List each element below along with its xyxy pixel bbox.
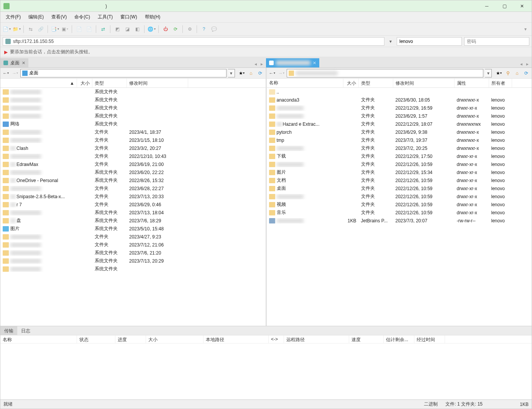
step3-icon[interactable]: ◧ <box>133 25 141 33</box>
remote-tab[interactable]: ✕ <box>266 58 319 67</box>
transfer-col[interactable]: 估计剩余... <box>384 335 414 343</box>
table-row[interactable]: 文件夹2023/6/29, 1:57drwxrwxr-xlenovo <box>267 112 532 120</box>
table-row[interactable]: 文件夹2023/7/2, 20:25drwxrwxr-xlenovo <box>267 144 532 152</box>
col-size[interactable]: 大小 <box>343 79 359 87</box>
table-row[interactable]: 桌面文件夹2022/12/26, 10:59drwxr-xr-xlenovo <box>267 184 532 192</box>
close-icon[interactable]: ✕ <box>313 61 316 66</box>
table-row[interactable]: 下载文件夹2022/12/29, 17:50drwxr-xr-xlenovo <box>267 152 532 160</box>
table-row[interactable]: 文件夹2023/1/15, 18:10 <box>0 136 266 144</box>
table-row[interactable]: 文件夹2022/12/29, 16:59drwxr-xr-xlenovo <box>267 104 532 112</box>
table-row[interactable]: 系统文件夹 <box>0 112 266 120</box>
col-type[interactable]: 类型 <box>92 79 127 87</box>
table-row[interactable]: 音乐文件夹2022/12/26, 10:59drwxr-xr-xlenovo <box>267 209 532 217</box>
step2-icon[interactable]: ◪ <box>123 25 131 33</box>
table-row[interactable]: 系统文件夹2023/7/13, 20:29 <box>0 257 266 265</box>
table-row[interactable]: 文件夹2022/12/10, 10:43 <box>0 152 266 160</box>
col-size[interactable]: 大小 <box>77 79 92 87</box>
transfer-icon[interactable]: ⇄ <box>99 25 107 33</box>
table-row[interactable]: r 7文件夹2023/6/29, 0:46 <box>0 200 266 209</box>
table-row[interactable]: 网络系统文件夹 <box>0 120 266 128</box>
col-type[interactable]: 类型 <box>359 79 393 87</box>
password-field[interactable] <box>464 37 529 46</box>
globe-icon[interactable]: 🌐▾ <box>148 25 155 33</box>
step1-icon[interactable]: ◩ <box>113 25 121 33</box>
more-icon[interactable]: ▾ <box>522 25 529 33</box>
col-attr[interactable]: 属性 <box>455 79 489 87</box>
path-dropdown[interactable]: ▾ <box>228 69 235 77</box>
menu-item[interactable]: 命令(C) <box>71 12 93 22</box>
home-icon[interactable]: ⌂ <box>247 69 255 77</box>
col-mod[interactable]: 修改时间 <box>127 79 188 87</box>
transfer-col[interactable]: 名称 <box>0 335 77 343</box>
table-row[interactable]: 文档文件夹2022/12/26, 10:59drwxr-xr-xlenovo <box>267 176 532 184</box>
local-path[interactable]: 桌面 <box>20 69 227 77</box>
tab-next-icon[interactable]: ▸ <box>259 61 264 67</box>
table-row[interactable]: 文件夹2023/4/1, 18:37 <box>0 128 266 136</box>
menu-item[interactable]: 工具(T) <box>95 12 116 22</box>
close-icon[interactable]: ✕ <box>22 61 25 66</box>
back-icon[interactable]: ←▾ <box>268 69 276 77</box>
transfer-col[interactable]: 进度 <box>115 335 146 343</box>
username-field[interactable] <box>397 37 462 46</box>
remote-file-list[interactable]: ..anaconda3文件夹2023/6/30, 18:05drwxrwxr-x… <box>267 88 532 326</box>
table-row[interactable]: 系统文件夹 <box>0 265 266 273</box>
home-icon[interactable]: ⌂ <box>513 69 521 77</box>
refresh-icon[interactable]: ⟳ <box>522 69 530 77</box>
gear-icon[interactable]: ⚙ <box>186 25 194 33</box>
menu-item[interactable]: 查看(V) <box>48 12 70 22</box>
refresh-all-icon[interactable]: ⟳ <box>172 25 179 33</box>
minimize-button[interactable]: ─ <box>478 0 496 12</box>
table-row[interactable]: 文件夹2023/4/27, 9:23 <box>0 233 266 241</box>
table-row[interactable]: 1KBJetBrains P...2023/7/3, 20:07-rw-rw-r… <box>267 217 532 225</box>
address-field[interactable]: sftp://172.16.150.55 <box>3 37 384 46</box>
transfer-col[interactable]: <-> <box>269 335 284 343</box>
open-folder-icon[interactable]: 📁▾ <box>13 25 20 33</box>
transfer-col[interactable]: 本地路径 <box>204 335 269 343</box>
table-row[interactable]: 系统文件夹 <box>0 88 266 96</box>
local-file-list[interactable]: 系统文件夹系统文件夹系统文件夹系统文件夹网络系统文件夹文件夹2023/4/1, … <box>0 88 266 326</box>
menu-item[interactable]: 编辑(E) <box>25 12 47 22</box>
table-row[interactable]: 视频文件夹2022/12/26, 10:59drwxr-xr-xlenovo <box>267 200 532 209</box>
doc1-icon[interactable]: 📄 <box>75 25 83 33</box>
sync-icon[interactable]: ⇆ <box>27 25 34 33</box>
add-bookmark-icon[interactable]: 📑▾ <box>51 25 59 33</box>
address-dropdown[interactable]: ▾ <box>387 39 394 44</box>
transfer-col[interactable]: 经过时间 <box>414 335 445 343</box>
table-row[interactable]: OneDrive - Personal系统文件夹2022/8/26, 15:32 <box>0 176 266 184</box>
menu-item[interactable]: 帮助(H) <box>142 12 164 22</box>
tab-prev-icon[interactable]: ◂ <box>253 61 258 67</box>
star-icon[interactable]: ★▾ <box>238 69 246 77</box>
table-row[interactable]: EdrawMax文件夹2023/6/19, 21:00 <box>0 160 266 168</box>
col-mod[interactable]: 修改时间 <box>393 79 455 87</box>
table-row[interactable]: 图片文件夹2022/12/29, 15:34drwxr-xr-xlenovo <box>267 168 532 176</box>
link-icon[interactable]: 🔗 <box>37 25 44 33</box>
tab-prev-icon[interactable]: ◂ <box>519 61 524 67</box>
table-row[interactable]: .. <box>267 88 532 96</box>
doc2-icon[interactable]: 📄 <box>85 25 93 33</box>
maximize-button[interactable]: ▢ <box>496 0 513 12</box>
table-row[interactable]: Snipaste-2.8.5-Beta-x...文件夹2023/7/13, 20… <box>0 192 266 200</box>
col-name[interactable]: 名称 <box>267 79 343 87</box>
transfer-col[interactable]: 速度 <box>349 335 384 343</box>
table-row[interactable]: 系统文件夹2023/7/6, 21:20 <box>0 249 266 257</box>
stop-icon[interactable]: ⏻ <box>162 25 169 33</box>
transfer-tab[interactable]: 传输 <box>0 326 17 335</box>
table-row[interactable]: 文件夹2023/6/28, 22:27 <box>0 184 266 192</box>
table-row[interactable]: 文件夹2023/7/12, 21:06 <box>0 241 266 249</box>
table-row[interactable]: 盘系统文件夹2023/7/6, 18:29 <box>0 217 266 225</box>
close-button[interactable]: ✕ <box>513 0 531 12</box>
col-name[interactable]: ▲ <box>0 79 77 87</box>
transfer-col[interactable]: 大小 <box>146 335 204 343</box>
back-icon[interactable]: ←▾ <box>2 69 10 77</box>
help-icon[interactable]: ? <box>200 25 208 33</box>
refresh-icon[interactable]: ⟳ <box>256 69 264 77</box>
table-row[interactable]: 文件夹2022/12/26, 10:59drwxr-xr-xlenovo <box>267 192 532 200</box>
col-own[interactable]: 所有者 <box>489 79 512 87</box>
find-icon[interactable]: ⚲ <box>504 69 512 77</box>
new-session-icon[interactable]: 📄▾ <box>3 25 10 33</box>
table-row[interactable]: pytorch文件夹2023/6/29, 9:38drwxrwxr-xlenov… <box>267 128 532 136</box>
forward-icon[interactable]: →▾ <box>277 69 285 77</box>
table-row[interactable]: 文件夹2022/12/26, 10:59drwxr-xr-xlenovo <box>267 160 532 168</box>
table-row[interactable]: 图片系统文件夹2023/5/10, 15:48 <box>0 225 266 233</box>
tab-next-icon[interactable]: ▸ <box>525 61 530 67</box>
